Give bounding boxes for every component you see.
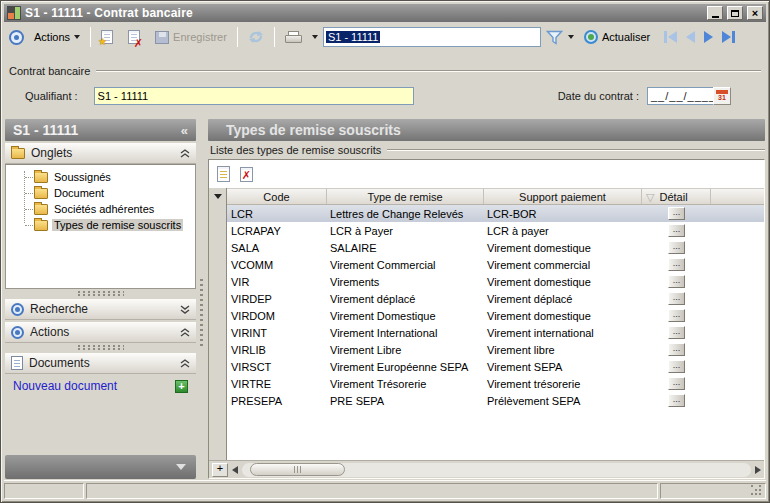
cell-support: Virement commercial: [484, 259, 642, 271]
cell-code: VIRLIB: [227, 344, 327, 356]
last-record-button[interactable]: [722, 31, 735, 43]
record-navigator: [664, 31, 735, 43]
sidebar-collapse-button[interactable]: «: [181, 123, 188, 138]
detail-button[interactable]: ...: [668, 292, 685, 305]
cell-type: PRE SEPA: [327, 395, 484, 407]
delete-row-icon[interactable]: ✗: [240, 167, 253, 182]
record-search-input[interactable]: S1 - 11111: [323, 27, 541, 47]
add-row-button[interactable]: +: [212, 463, 228, 477]
horizontal-scrollbar[interactable]: [242, 463, 751, 477]
first-record-button[interactable]: [664, 31, 677, 43]
grid-toolbar: ✗: [209, 160, 764, 188]
panel-splitter[interactable]: [196, 119, 208, 479]
table-row[interactable]: VCOMMVirement CommercialVirement commerc…: [227, 256, 764, 273]
add-document-button[interactable]: +: [175, 380, 188, 393]
detail-button[interactable]: ...: [668, 360, 685, 373]
new-row-icon[interactable]: [217, 166, 230, 182]
sidebar-bottom-bar[interactable]: [5, 455, 196, 479]
scrollbar-thumb[interactable]: [250, 463, 345, 476]
cell-code: LCRAPAY: [227, 225, 327, 237]
column-header-detail[interactable]: ▽ Détail: [642, 189, 711, 204]
table-row[interactable]: VIRVirementsVirement domestique...: [227, 273, 764, 290]
status-cell: [4, 483, 84, 499]
table-row[interactable]: VIRSCTVirement Européenne SEPAVirement S…: [227, 358, 764, 375]
table-row[interactable]: VIRLIBVirement LibreVirement libre...: [227, 341, 764, 358]
column-header-type[interactable]: Type de remise: [327, 189, 484, 204]
detail-button[interactable]: ...: [668, 258, 685, 271]
sidebar-splitter[interactable]: [5, 343, 196, 351]
detail-button[interactable]: ...: [668, 377, 685, 390]
cell-type: Virement Libre: [327, 344, 484, 356]
tree-item-label: Sociétés adhérentes: [52, 203, 156, 215]
new-record-button[interactable]: ★: [96, 28, 118, 46]
detail-button[interactable]: ...: [668, 326, 685, 339]
scroll-left-button[interactable]: [232, 466, 238, 474]
sidebar-filler: [5, 396, 196, 455]
detail-button[interactable]: ...: [668, 343, 685, 356]
print-button[interactable]: [280, 29, 307, 46]
cell-type: SALAIRE: [327, 242, 484, 254]
save-button[interactable]: Enregistrer: [150, 29, 232, 46]
table-row[interactable]: VIRDOMVirement DomestiqueVirement domest…: [227, 307, 764, 324]
detail-button[interactable]: ...: [668, 394, 685, 407]
calendar-button[interactable]: 31: [713, 87, 731, 105]
status-cell: [86, 483, 658, 499]
actualiser-button[interactable]: Actualiser: [579, 28, 655, 46]
target-icon: [9, 30, 24, 45]
previous-record-button[interactable]: [686, 31, 695, 43]
column-header-code[interactable]: Code: [227, 189, 327, 204]
new-document-link[interactable]: Nouveau document: [13, 379, 117, 393]
table-row[interactable]: LCRAPAYLCR à PayerLCR à payer...: [227, 222, 764, 239]
save-icon: [155, 31, 169, 44]
cell-type: Virements: [327, 276, 484, 288]
actualiser-icon: [584, 30, 598, 44]
tree-item[interactable]: Document: [6, 185, 195, 201]
chevron-down-icon: [74, 35, 80, 39]
next-record-button[interactable]: [704, 31, 713, 43]
filter-funnel-icon[interactable]: [546, 30, 563, 45]
section-documents[interactable]: Documents: [5, 353, 196, 374]
close-button[interactable]: ×: [747, 6, 763, 20]
actions-menu-button[interactable]: Actions: [29, 29, 85, 45]
print-dropdown-arrow[interactable]: [312, 35, 318, 39]
legend-rule: [96, 70, 761, 72]
new-document-row: Nouveau document +: [5, 376, 196, 396]
section-recherche[interactable]: Recherche: [5, 299, 196, 320]
grid-body-wrap: Code Type de remise Support paiement ▽ D…: [209, 188, 764, 460]
delete-record-button[interactable]: ✗: [123, 28, 145, 46]
chevron-down-icon: [176, 464, 186, 470]
table-row[interactable]: PRESEPAPRE SEPAPrélèvement SEPA...: [227, 392, 764, 409]
scroll-right-button[interactable]: [755, 466, 761, 474]
qualifiant-label: Qualifiant :: [25, 90, 78, 102]
tree-item[interactable]: Soussignés: [6, 169, 195, 185]
table-row[interactable]: VIRINTVirement InternationalVirement int…: [227, 324, 764, 341]
document-icon: [11, 356, 23, 370]
tree-item[interactable]: Types de remise souscrits: [6, 217, 195, 233]
folder-icon: [34, 188, 48, 199]
section-onglets[interactable]: Onglets: [5, 143, 196, 164]
table-row[interactable]: LCRLettres de Change RelevésLCR-BOR...: [227, 205, 764, 222]
refresh-record-button[interactable]: [243, 28, 269, 46]
sidebar-splitter[interactable]: [5, 289, 196, 297]
date-input[interactable]: __/__/____: [647, 87, 713, 105]
filter-dropdown-arrow[interactable]: [568, 35, 574, 39]
minimize-button[interactable]: [707, 6, 723, 20]
table-row[interactable]: SALASALAIREVirement domestique...: [227, 239, 764, 256]
cell-code: VCOMM: [227, 259, 327, 271]
chevron-up-icon: [180, 328, 190, 337]
close-icon: ×: [752, 8, 758, 18]
qualifiant-input[interactable]: [94, 87, 414, 105]
detail-button[interactable]: ...: [668, 224, 685, 237]
column-header-support[interactable]: Support paiement: [484, 189, 642, 204]
table-row[interactable]: VIRDEPVirement déplacéVirement déplacé..…: [227, 290, 764, 307]
detail-button[interactable]: ...: [668, 309, 685, 322]
detail-button[interactable]: ...: [668, 275, 685, 288]
table-row[interactable]: VIRTREVirement TrésorerieVirement trésor…: [227, 375, 764, 392]
detail-button[interactable]: ...: [668, 241, 685, 254]
section-actions[interactable]: Actions: [5, 322, 196, 343]
cell-support: Virement domestique: [484, 276, 642, 288]
detail-button[interactable]: ...: [668, 207, 685, 220]
resize-grip[interactable]: [751, 485, 753, 487]
maximize-button[interactable]: [727, 6, 743, 20]
tree-item[interactable]: Sociétés adhérentes: [6, 201, 195, 217]
